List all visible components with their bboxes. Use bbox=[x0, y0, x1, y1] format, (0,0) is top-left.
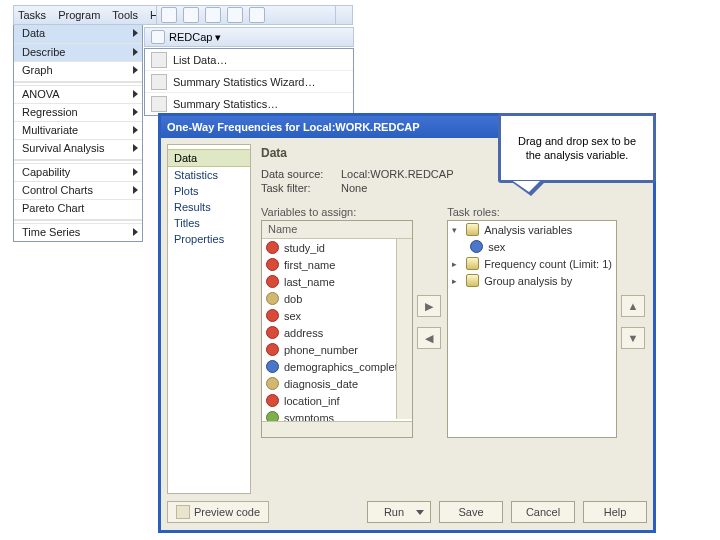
chevron-right-icon bbox=[133, 90, 138, 98]
variables-header: Name bbox=[262, 221, 412, 239]
wizard-icon bbox=[151, 74, 167, 90]
chevron-right-icon bbox=[133, 108, 138, 116]
datasource-label: Data source: bbox=[261, 168, 341, 180]
assign-left-button[interactable]: ◀ bbox=[417, 327, 441, 349]
save-icon[interactable] bbox=[205, 7, 221, 23]
tasks-item-multivariate[interactable]: Multivariate bbox=[14, 121, 142, 139]
run-button[interactable]: Run bbox=[367, 501, 431, 523]
variable-name: phone_number bbox=[284, 344, 358, 356]
chevron-right-icon bbox=[133, 29, 138, 37]
tasks-item-timeseries[interactable]: Time Series bbox=[14, 223, 142, 241]
variable-row[interactable]: diagnosis_date bbox=[262, 375, 412, 392]
move-up-button[interactable]: ▲ bbox=[621, 295, 645, 317]
chevron-right-icon bbox=[133, 66, 138, 74]
submenu-item-summary[interactable]: Summary Statistics… bbox=[145, 93, 353, 115]
variables-listbox[interactable]: Name study_idfirst_namelast_namedobsexad… bbox=[261, 220, 413, 438]
print-icon[interactable] bbox=[227, 7, 243, 23]
assign-buttons: ▶ ◀ bbox=[417, 206, 443, 438]
variable-name: dob bbox=[284, 293, 302, 305]
role-icon bbox=[466, 257, 479, 270]
taskfilter-value: None bbox=[341, 182, 367, 194]
chevron-right-icon bbox=[133, 144, 138, 152]
role-analysis-child[interactable]: sex bbox=[448, 238, 616, 255]
variable-type-icon bbox=[266, 394, 279, 407]
variable-type-icon bbox=[266, 343, 279, 356]
variable-row[interactable]: phone_number bbox=[262, 341, 412, 358]
dialog-main: Data Data source:Local:WORK.REDCAP Task … bbox=[251, 138, 653, 500]
variable-type-icon bbox=[266, 326, 279, 339]
back-icon[interactable] bbox=[151, 30, 165, 44]
variable-type-icon bbox=[266, 258, 279, 271]
nav-properties[interactable]: Properties bbox=[168, 231, 250, 247]
dialog-nav: Data Statistics Plots Results Titles Pro… bbox=[167, 144, 251, 494]
variable-name: first_name bbox=[284, 259, 335, 271]
help-button[interactable]: Help bbox=[583, 501, 647, 523]
list-icon bbox=[151, 52, 167, 68]
scrollbar-horizontal[interactable] bbox=[262, 421, 412, 437]
datasource-value: Local:WORK.REDCAP bbox=[341, 168, 453, 180]
nav-data[interactable]: Data bbox=[168, 149, 250, 167]
variable-name: sex bbox=[284, 310, 301, 322]
tasks-item-pareto[interactable]: Pareto Chart bbox=[14, 199, 142, 217]
roles-listbox[interactable]: Analysis variables sex Frequency count (… bbox=[447, 220, 617, 438]
tasks-item-capability[interactable]: Capability bbox=[14, 163, 142, 181]
assign-right-button[interactable]: ▶ bbox=[417, 295, 441, 317]
variable-row[interactable]: address bbox=[262, 324, 412, 341]
variable-type-icon bbox=[266, 360, 279, 373]
variable-row[interactable]: demographics_complete bbox=[262, 358, 412, 375]
variable-row[interactable]: sex bbox=[262, 307, 412, 324]
variable-type-icon bbox=[266, 275, 279, 288]
save-button[interactable]: Save bbox=[439, 501, 503, 523]
tasks-item-data[interactable]: Data bbox=[14, 25, 142, 43]
role-icon bbox=[466, 274, 479, 287]
role-icon bbox=[466, 223, 479, 236]
new-icon[interactable] bbox=[161, 7, 177, 23]
nav-results[interactable]: Results bbox=[168, 199, 250, 215]
variable-row[interactable]: dob bbox=[262, 290, 412, 307]
preview-code-button[interactable]: Preview code bbox=[167, 501, 269, 523]
tasks-item-regression[interactable]: Regression bbox=[14, 103, 142, 121]
variable-row[interactable]: location_inf bbox=[262, 392, 412, 409]
nav-plots[interactable]: Plots bbox=[168, 183, 250, 199]
role-group-by[interactable]: Group analysis by bbox=[448, 272, 616, 289]
role-frequency-count[interactable]: Frequency count (Limit: 1) bbox=[448, 255, 616, 272]
variable-type-icon bbox=[266, 377, 279, 390]
callout-tip: Drag and drop sex to be the analysis var… bbox=[498, 113, 656, 183]
variable-name: diagnosis_date bbox=[284, 378, 358, 390]
menu-program[interactable]: Program bbox=[58, 9, 100, 21]
variable-row[interactable]: last_name bbox=[262, 273, 412, 290]
chevron-right-icon bbox=[133, 228, 138, 236]
tasks-item-survival[interactable]: Survival Analysis bbox=[14, 139, 142, 157]
menu-tasks[interactable]: Tasks bbox=[18, 9, 46, 21]
callout-pointer-fill bbox=[509, 181, 540, 192]
variable-type-icon bbox=[266, 309, 279, 322]
nav-statistics[interactable]: Statistics bbox=[168, 167, 250, 183]
order-buttons: ▲ ▼ bbox=[621, 206, 643, 438]
breadcrumb[interactable]: REDCap ▾ bbox=[169, 31, 221, 44]
menu-tools[interactable]: Tools bbox=[112, 9, 138, 21]
move-down-button[interactable]: ▼ bbox=[621, 327, 645, 349]
submenu-item-summarywizard[interactable]: Summary Statistics Wizard… bbox=[145, 71, 353, 93]
variable-row[interactable]: first_name bbox=[262, 256, 412, 273]
tasks-menu: Data Describe Graph ANOVA Regression Mul… bbox=[13, 25, 143, 242]
chevron-right-icon bbox=[133, 186, 138, 194]
cancel-button[interactable]: Cancel bbox=[511, 501, 575, 523]
tasks-item-anova[interactable]: ANOVA bbox=[14, 85, 142, 103]
tasks-item-graph[interactable]: Graph bbox=[14, 61, 142, 79]
export-icon[interactable] bbox=[249, 7, 265, 23]
open-icon[interactable] bbox=[183, 7, 199, 23]
nav-titles[interactable]: Titles bbox=[168, 215, 250, 231]
variable-name: study_id bbox=[284, 242, 325, 254]
chevron-right-icon bbox=[133, 48, 138, 56]
tasks-item-describe[interactable]: Describe bbox=[14, 43, 142, 61]
variable-row[interactable]: study_id bbox=[262, 239, 412, 256]
variable-type-icon bbox=[266, 241, 279, 254]
variable-name: demographics_complete bbox=[284, 361, 404, 373]
role-analysis-variables[interactable]: Analysis variables bbox=[448, 221, 616, 238]
variable-name: location_inf bbox=[284, 395, 340, 407]
taskfilter-label: Task filter: bbox=[261, 182, 341, 194]
chevron-right-icon bbox=[133, 168, 138, 176]
scrollbar-vertical[interactable] bbox=[396, 239, 412, 419]
tasks-item-controlcharts[interactable]: Control Charts bbox=[14, 181, 142, 199]
submenu-item-listdata[interactable]: List Data… bbox=[145, 49, 353, 71]
